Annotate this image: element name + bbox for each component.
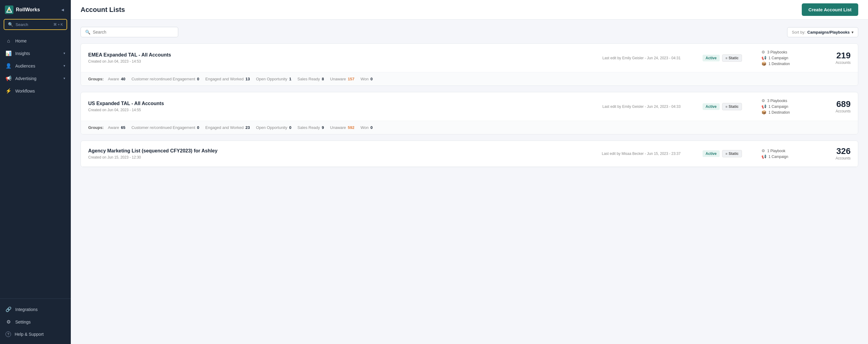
campaign-icon: 📢 bbox=[762, 56, 766, 60]
card-name[interactable]: US Expanded TAL - All Accounts bbox=[88, 101, 590, 106]
campaign-stat: 📢 1 Campaign bbox=[762, 56, 810, 60]
account-count-number: 689 bbox=[820, 100, 850, 109]
sidebar-item-label: Home bbox=[15, 38, 27, 44]
group-item: Aware 65 bbox=[108, 125, 125, 130]
playbook-icon: ⚙ bbox=[762, 50, 765, 54]
status-active-badge: Active bbox=[703, 55, 720, 61]
home-icon: ⌂ bbox=[5, 38, 11, 44]
collapse-button[interactable]: ◄ bbox=[59, 6, 66, 13]
group-item: Unaware 592 bbox=[330, 125, 355, 130]
sidebar-item-label: Audiences bbox=[15, 63, 35, 68]
campaign-count: 1 Campaign bbox=[769, 56, 788, 60]
sidebar-item-advertising[interactable]: 📢 Advertising ▾ bbox=[0, 72, 71, 85]
group-item: Open Opportunity 0 bbox=[256, 125, 291, 130]
campaign-count: 1 Campaign bbox=[769, 154, 788, 159]
playbook-stat: ⚙ 1 Playbook bbox=[762, 148, 810, 153]
rollworks-logo bbox=[5, 5, 13, 14]
sort-control[interactable]: Sort by: Campaigns/Playbooks ▾ bbox=[787, 27, 858, 37]
card-stats: ⚙ 3 Playbooks 📢 1 Campaign 📦 1 Destinati… bbox=[762, 50, 810, 66]
global-search-box[interactable]: 🔍 Search ⌘ + K bbox=[4, 19, 67, 30]
card-name[interactable]: EMEA Expanded TAL - All Accounts bbox=[88, 52, 590, 58]
logo-area: RollWorks bbox=[5, 5, 40, 14]
destination-stat: 📦 1 Destination bbox=[762, 110, 810, 115]
search-input[interactable] bbox=[93, 30, 174, 34]
card-created: Created on Jun 04, 2023 - 14:53 bbox=[88, 59, 590, 63]
sidebar-item-home[interactable]: ⌂ Home bbox=[0, 35, 71, 47]
card-badges: Active ≡ Static bbox=[703, 103, 742, 110]
insights-icon: 📊 bbox=[5, 50, 11, 56]
campaign-stat: 📢 1 Campaign bbox=[762, 154, 810, 159]
playbook-icon: ⚙ bbox=[762, 98, 765, 103]
group-item: Open Opportunity 1 bbox=[256, 77, 291, 81]
playbook-stat: ⚙ 3 Playbooks bbox=[762, 50, 810, 54]
status-active-badge: Active bbox=[703, 103, 720, 110]
playbook-count: 3 Playbooks bbox=[767, 50, 787, 54]
account-count-number: 219 bbox=[820, 51, 850, 60]
playbook-count: 1 Playbook bbox=[767, 149, 785, 153]
group-value: 157 bbox=[348, 77, 355, 81]
sidebar: RollWorks ◄ 🔍 Search ⌘ + K ⌂ Home 📊 Insi… bbox=[0, 0, 71, 344]
sidebar-header: RollWorks ◄ bbox=[0, 0, 71, 18]
workflows-icon: ⚡ bbox=[5, 88, 11, 94]
card-name[interactable]: Agency Marketing List (sequenced CFY2023… bbox=[88, 148, 590, 154]
sidebar-item-label: Advertising bbox=[15, 76, 36, 81]
sidebar-item-help[interactable]: ? Help & Support bbox=[0, 328, 71, 340]
group-name: Open Opportunity bbox=[256, 77, 287, 81]
help-icon: ? bbox=[5, 332, 11, 337]
group-value: 592 bbox=[348, 125, 355, 130]
group-value: 0 bbox=[197, 125, 199, 130]
sidebar-item-insights[interactable]: 📊 Insights ▾ bbox=[0, 47, 71, 60]
group-item: Engaged and Worked 23 bbox=[206, 125, 250, 130]
card-count: 689 Accounts bbox=[820, 100, 850, 113]
search-icon: 🔍 bbox=[85, 30, 90, 34]
group-name: Won bbox=[361, 125, 369, 130]
create-account-list-button[interactable]: Create Account List bbox=[802, 3, 858, 16]
card-created: Created on Jun 15, 2023 - 12:30 bbox=[88, 155, 590, 160]
group-value: 0 bbox=[197, 77, 199, 81]
content-area: 🔍 Sort by: Campaigns/Playbooks ▾ EMEA Ex… bbox=[71, 20, 868, 344]
sidebar-bottom: 🔗 Integrations ⚙ Settings ? Help & Suppo… bbox=[0, 300, 71, 344]
sidebar-item-label: Integrations bbox=[15, 307, 37, 312]
account-count-label: Accounts bbox=[820, 109, 850, 113]
sidebar-item-integrations[interactable]: 🔗 Integrations bbox=[0, 303, 71, 316]
page-title: Account Lists bbox=[81, 6, 125, 14]
sidebar-item-workflows[interactable]: ⚡ Workflows bbox=[0, 85, 71, 97]
card-badges: Active ≡ Static bbox=[703, 54, 742, 62]
search-label: Search bbox=[16, 22, 28, 27]
audiences-icon: 👤 bbox=[5, 63, 11, 69]
top-bar: Account Lists Create Account List bbox=[71, 0, 868, 20]
card-count: 326 Accounts bbox=[820, 147, 850, 161]
main-content: Account Lists Create Account List 🔍 Sort… bbox=[71, 0, 868, 344]
account-card-emea: EMEA Expanded TAL - All Accounts Created… bbox=[81, 44, 858, 86]
status-type-badge: ≡ Static bbox=[722, 54, 742, 62]
sidebar-item-settings[interactable]: ⚙ Settings bbox=[0, 316, 71, 328]
search-icon: 🔍 bbox=[8, 22, 13, 27]
status-type-badge: ≡ Static bbox=[722, 150, 742, 157]
card-info: US Expanded TAL - All Accounts Created o… bbox=[88, 101, 590, 112]
sidebar-item-label: Workflows bbox=[15, 89, 35, 93]
group-value: 13 bbox=[245, 77, 250, 81]
card-stats: ⚙ 3 Playbooks 📢 1 Campaign 📦 1 Destinati… bbox=[762, 98, 810, 115]
group-item: Customer re/continued Engagement 0 bbox=[131, 77, 199, 81]
card-main: EMEA Expanded TAL - All Accounts Created… bbox=[81, 44, 858, 73]
group-value: 40 bbox=[121, 77, 125, 81]
group-item: Sales Ready 8 bbox=[298, 77, 324, 81]
group-item: Won 0 bbox=[361, 125, 373, 130]
group-value: 1 bbox=[289, 77, 291, 81]
group-name: Sales Ready bbox=[298, 125, 320, 130]
group-value: 0 bbox=[371, 125, 373, 130]
list-icon: ≡ bbox=[725, 152, 727, 155]
destination-icon: 📦 bbox=[762, 61, 766, 66]
search-input-wrap[interactable]: 🔍 bbox=[81, 27, 178, 37]
toolbar: 🔍 Sort by: Campaigns/Playbooks ▾ bbox=[81, 27, 858, 37]
groups-label: Groups: bbox=[88, 125, 104, 130]
group-item: Engaged and Worked 13 bbox=[206, 77, 250, 81]
group-name: Customer re/continued Engagement bbox=[131, 77, 195, 81]
group-value: 0 bbox=[371, 77, 373, 81]
group-name: Unaware bbox=[330, 125, 346, 130]
group-item: Customer re/continued Engagement 0 bbox=[131, 125, 199, 130]
sidebar-item-audiences[interactable]: 👤 Audiences ▾ bbox=[0, 60, 71, 72]
group-value: 8 bbox=[322, 77, 324, 81]
destination-icon: 📦 bbox=[762, 110, 766, 115]
campaign-stat: 📢 1 Campaign bbox=[762, 104, 810, 109]
